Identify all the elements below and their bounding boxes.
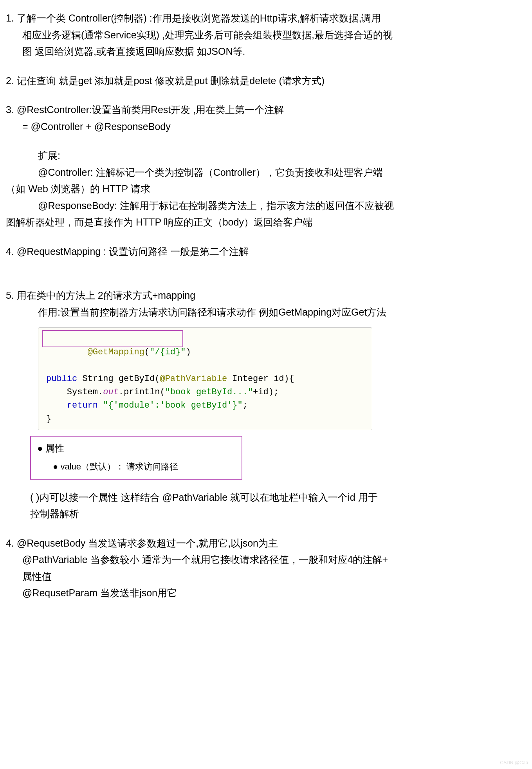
item-text: @RequsetParam 当发送非json用它 xyxy=(6,585,526,601)
extension-text: 图解析器处理，而是直接作为 HTTP 响应的正文（body）返回给客户端 xyxy=(6,214,526,231)
item-text: 属性值 xyxy=(6,568,526,585)
extension-text: （如 Web 浏览器）的 HTTP 请求 xyxy=(6,181,526,197)
item-number: 4. xyxy=(6,538,14,549)
item-text: = @Controller + @ResponseBody xyxy=(6,118,526,135)
extension-text: @Controller: 注解标记一个类为控制器（Controller），它负责… xyxy=(6,164,526,181)
explanation-text: ( )内可以接一个属性 这样结合 @PathVariable 就可以在地址栏中输… xyxy=(30,489,526,522)
item-text: 用在类中的方法上 2的请求方式+mapping xyxy=(17,290,195,301)
item-text: 作用:设置当前控制器方法请求访问路径和请求动作 例如GetMapping对应Ge… xyxy=(6,304,526,321)
item-text: @RequsetBody 当发送请求参数超过一个,就用它,以json为主 xyxy=(17,538,278,549)
list-item-6: 4. @RequsetBody 当发送请求参数超过一个,就用它,以json为主 … xyxy=(6,535,526,601)
code-line: } xyxy=(46,413,364,426)
code-block: @GetMapping("/{id}") public String getBy… xyxy=(38,327,372,430)
item-number: 1. xyxy=(6,13,14,23)
item-text: @PathVariable 当参数较小 通常为一个就用它接收请求路径值，一般和对… xyxy=(6,551,526,568)
code-line: return "{'module':'book getById'}"; xyxy=(46,399,364,412)
list-item-5: 5. 用在类中的方法上 2的请求方式+mapping 作用:设置当前控制器方法请… xyxy=(6,287,526,522)
item-number: 2. xyxy=(6,75,14,86)
list-item-1: 1. 了解一个类 Controller(控制器) :作用是接收浏览器发送的Htt… xyxy=(6,10,526,60)
attribute-heading: ● 属性 xyxy=(37,440,235,457)
attribute-value: ● value（默认）： 请求访问路径 xyxy=(37,459,235,474)
code-line: public String getById(@PathVariable Inte… xyxy=(46,372,364,386)
item-text: 相应业务逻辑(通常Service实现) ,处理完业务后可能会组装模型数据,最后选… xyxy=(6,27,526,43)
extension-text: @ResponseBody: 注解用于标记在控制器类方法上，指示该方法的返回值不… xyxy=(6,197,526,214)
extension-label: 扩展: xyxy=(6,147,526,164)
list-item-4: 4. @RequestMapping : 设置访问路径 一般是第二个注解 xyxy=(6,243,526,260)
highlight-box xyxy=(42,330,183,347)
code-line: System.out.println("book getById..."+id)… xyxy=(46,386,364,399)
item-number: 3. xyxy=(6,104,14,115)
attribute-box: ● 属性 ● value（默认）： 请求访问路径 xyxy=(30,436,242,480)
list-item-3: 3. @RestController:设置当前类用Rest开发 ,用在类上第一个… xyxy=(6,101,526,231)
item-number: 5. xyxy=(6,290,14,301)
item-text: 记住查询 就是get 添加就是post 修改就是put 删除就是delete (… xyxy=(17,75,325,86)
item-text: 图 返回给浏览器,或者直接返回响应数据 如JSON等. xyxy=(6,43,526,60)
item-text: @RequestMapping : 设置访问路径 一般是第二个注解 xyxy=(17,246,249,257)
list-item-2: 2. 记住查询 就是get 添加就是post 修改就是put 删除就是delet… xyxy=(6,72,526,89)
item-text: 了解一个类 Controller(控制器) :作用是接收浏览器发送的Http请求… xyxy=(17,13,381,23)
item-number: 4. xyxy=(6,246,14,257)
code-line: @GetMapping("/{id}") xyxy=(46,332,364,372)
item-text: @RestController:设置当前类用Rest开发 ,用在类上第一个注解 xyxy=(17,104,284,115)
